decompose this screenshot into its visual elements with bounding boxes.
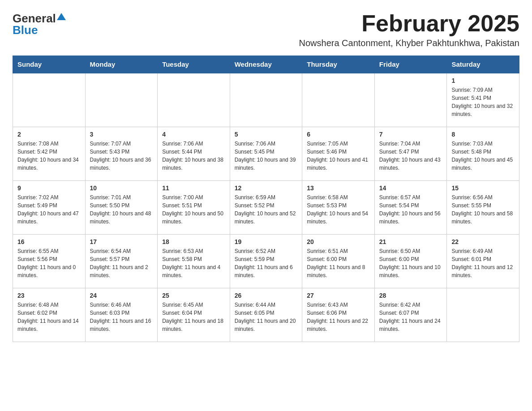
day-number: 24 [90,292,153,299]
day-number: 7 [379,131,442,138]
day-number: 18 [162,238,225,245]
day-info: Sunrise: 6:56 AM Sunset: 5:55 PM Dayligh… [451,193,515,226]
day-info: Sunrise: 6:44 AM Sunset: 6:05 PM Dayligh… [235,301,298,333]
day-info: Sunrise: 7:06 AM Sunset: 5:45 PM Dayligh… [235,140,298,172]
day-number: 13 [307,184,370,192]
day-info: Sunrise: 6:53 AM Sunset: 5:58 PM Dayligh… [162,247,225,279]
day-number: 5 [235,131,298,138]
calendar-week-1: 2Sunrise: 7:08 AM Sunset: 5:42 PM Daylig… [13,127,519,180]
calendar-week-3: 16Sunrise: 6:55 AM Sunset: 5:56 PM Dayli… [13,234,519,288]
day-info: Sunrise: 6:52 AM Sunset: 5:59 PM Dayligh… [235,247,298,279]
day-info: Sunrise: 6:49 AM Sunset: 6:01 PM Dayligh… [451,247,515,279]
calendar-cell: 12Sunrise: 6:59 AM Sunset: 5:52 PM Dayli… [230,180,302,234]
calendar-cell [374,73,447,127]
day-info: Sunrise: 7:06 AM Sunset: 5:44 PM Dayligh… [162,140,225,172]
day-number: 11 [162,184,225,192]
day-number: 8 [451,131,515,138]
day-info: Sunrise: 6:45 AM Sunset: 6:04 PM Dayligh… [162,301,225,333]
day-info: Sunrise: 7:00 AM Sunset: 5:51 PM Dayligh… [162,193,225,226]
calendar-cell: 6Sunrise: 7:05 AM Sunset: 5:46 PM Daylig… [302,127,375,180]
day-info: Sunrise: 6:59 AM Sunset: 5:52 PM Dayligh… [235,193,298,226]
weekday-header-thursday: Thursday [302,56,375,73]
calendar-cell: 19Sunrise: 6:52 AM Sunset: 5:59 PM Dayli… [230,234,302,288]
day-info: Sunrise: 7:03 AM Sunset: 5:48 PM Dayligh… [451,140,515,172]
day-number: 20 [307,238,370,245]
day-number: 12 [235,184,298,192]
day-number: 9 [17,184,81,192]
weekday-header-monday: Monday [85,56,158,73]
calendar-cell: 10Sunrise: 7:01 AM Sunset: 5:50 PM Dayli… [85,180,158,234]
calendar-cell: 5Sunrise: 7:06 AM Sunset: 5:45 PM Daylig… [230,127,302,180]
day-info: Sunrise: 7:07 AM Sunset: 5:43 PM Dayligh… [90,140,153,172]
calendar-cell: 20Sunrise: 6:51 AM Sunset: 6:00 PM Dayli… [302,234,375,288]
calendar-cell: 28Sunrise: 6:42 AM Sunset: 6:07 PM Dayli… [374,288,447,342]
day-info: Sunrise: 7:09 AM Sunset: 5:41 PM Dayligh… [451,86,515,118]
day-number: 14 [379,184,442,192]
calendar-cell: 26Sunrise: 6:44 AM Sunset: 6:05 PM Dayli… [230,288,302,342]
day-info: Sunrise: 7:05 AM Sunset: 5:46 PM Dayligh… [307,140,370,172]
calendar-cell [85,73,158,127]
day-info: Sunrise: 7:04 AM Sunset: 5:47 PM Dayligh… [379,140,442,172]
logo-triangle-icon [57,13,66,20]
day-info: Sunrise: 7:01 AM Sunset: 5:50 PM Dayligh… [90,193,153,226]
day-number: 25 [162,292,225,299]
day-number: 23 [17,292,81,299]
calendar-cell: 27Sunrise: 6:43 AM Sunset: 6:06 PM Dayli… [302,288,375,342]
day-number: 1 [451,77,515,84]
weekday-header-sunday: Sunday [13,56,86,73]
logo: General Blue [13,13,66,36]
page-header: General Blue February 2025 Nowshera Cant… [13,11,519,48]
weekday-header-friday: Friday [374,56,447,73]
calendar-cell: 16Sunrise: 6:55 AM Sunset: 5:56 PM Dayli… [13,234,86,288]
calendar-cell [302,73,375,127]
day-number: 16 [17,238,81,245]
title-block: February 2025 Nowshera Cantonment, Khybe… [299,11,520,48]
calendar-cell [13,73,86,127]
weekday-header-wednesday: Wednesday [230,56,302,73]
day-number: 2 [17,131,81,138]
day-info: Sunrise: 6:58 AM Sunset: 5:53 PM Dayligh… [307,193,370,226]
logo-blue: Blue [13,24,38,36]
weekday-header-row: SundayMondayTuesdayWednesdayThursdayFrid… [13,56,519,73]
day-number: 26 [235,292,298,299]
weekday-header-tuesday: Tuesday [158,56,230,73]
day-number: 17 [90,238,153,245]
calendar-cell: 22Sunrise: 6:49 AM Sunset: 6:01 PM Dayli… [447,234,519,288]
calendar-header: SundayMondayTuesdayWednesdayThursdayFrid… [13,56,519,73]
calendar-cell: 13Sunrise: 6:58 AM Sunset: 5:53 PM Dayli… [302,180,375,234]
day-info: Sunrise: 6:54 AM Sunset: 5:57 PM Dayligh… [90,247,153,279]
page-subtitle: Nowshera Cantonment, Khyber Pakhtunkhwa,… [299,38,520,48]
calendar-cell: 1Sunrise: 7:09 AM Sunset: 5:41 PM Daylig… [447,73,519,127]
calendar-cell: 17Sunrise: 6:54 AM Sunset: 5:57 PM Dayli… [85,234,158,288]
calendar-cell: 24Sunrise: 6:46 AM Sunset: 6:03 PM Dayli… [85,288,158,342]
day-number: 4 [162,131,225,138]
calendar-week-0: 1Sunrise: 7:09 AM Sunset: 5:41 PM Daylig… [13,73,519,127]
day-number: 21 [379,238,442,245]
calendar-week-4: 23Sunrise: 6:48 AM Sunset: 6:02 PM Dayli… [13,288,519,342]
calendar-cell: 7Sunrise: 7:04 AM Sunset: 5:47 PM Daylig… [374,127,447,180]
calendar-cell: 15Sunrise: 6:56 AM Sunset: 5:55 PM Dayli… [447,180,519,234]
weekday-header-saturday: Saturday [447,56,519,73]
calendar-cell: 2Sunrise: 7:08 AM Sunset: 5:42 PM Daylig… [13,127,86,180]
day-info: Sunrise: 6:43 AM Sunset: 6:06 PM Dayligh… [307,301,370,333]
day-number: 28 [379,292,442,299]
calendar-cell: 14Sunrise: 6:57 AM Sunset: 5:54 PM Dayli… [374,180,447,234]
day-info: Sunrise: 6:48 AM Sunset: 6:02 PM Dayligh… [17,301,81,333]
day-number: 10 [90,184,153,192]
calendar-week-2: 9Sunrise: 7:02 AM Sunset: 5:49 PM Daylig… [13,180,519,234]
calendar-cell: 23Sunrise: 6:48 AM Sunset: 6:02 PM Dayli… [13,288,86,342]
day-number: 15 [451,184,515,192]
day-info: Sunrise: 6:57 AM Sunset: 5:54 PM Dayligh… [379,193,442,226]
calendar-cell [230,73,302,127]
calendar-cell [447,288,519,342]
day-number: 27 [307,292,370,299]
day-info: Sunrise: 6:42 AM Sunset: 6:07 PM Dayligh… [379,301,442,333]
day-number: 22 [451,238,515,245]
day-info: Sunrise: 6:46 AM Sunset: 6:03 PM Dayligh… [90,301,153,333]
logo-general: General [13,13,56,24]
day-number: 19 [235,238,298,245]
page-title: February 2025 [299,11,520,36]
day-number: 6 [307,131,370,138]
calendar-cell: 4Sunrise: 7:06 AM Sunset: 5:44 PM Daylig… [158,127,230,180]
calendar-cell: 25Sunrise: 6:45 AM Sunset: 6:04 PM Dayli… [158,288,230,342]
